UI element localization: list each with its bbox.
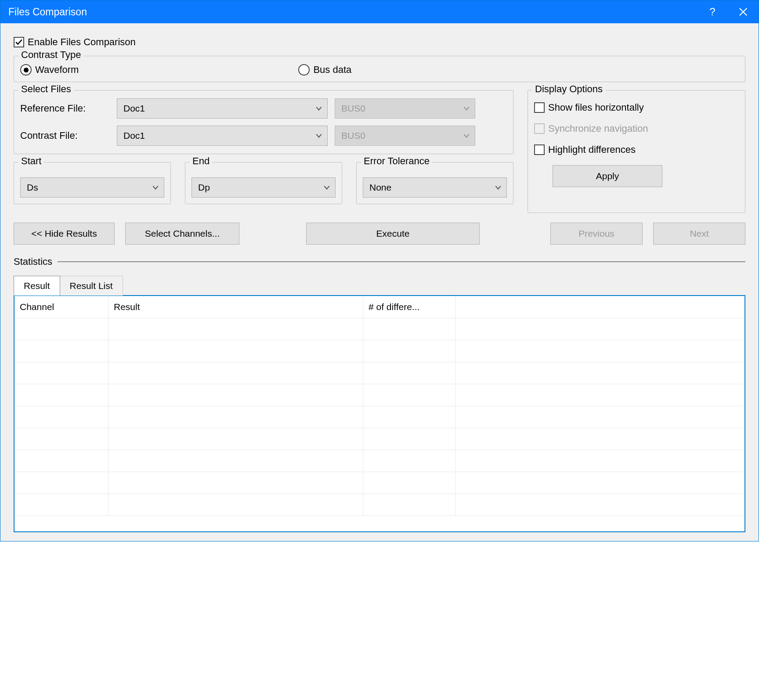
radio-label: Waveform: [35, 64, 79, 76]
table-row: [14, 428, 745, 450]
highlight-differences-label: Highlight differences: [548, 144, 636, 155]
error-tolerance-legend: Error Tolerance: [361, 155, 432, 167]
select-files-group: Select Files Reference File: Doc1 BUS0: [14, 90, 513, 154]
table-row: [14, 450, 745, 472]
reference-bus-value: BUS0: [341, 103, 365, 114]
titlebar: Files Comparison ?: [0, 0, 759, 23]
help-button[interactable]: ?: [697, 0, 728, 23]
radio-label: Bus data: [313, 64, 351, 76]
contrast-file-label: Contrast File:: [20, 130, 117, 141]
divider: [58, 261, 745, 262]
close-icon: [738, 7, 748, 17]
start-legend: Start: [18, 155, 44, 167]
reference-file-value: Doc1: [123, 103, 145, 114]
column-result[interactable]: Result: [108, 296, 363, 318]
display-options-legend: Display Options: [532, 83, 605, 95]
execute-label: Execute: [376, 228, 410, 239]
contrast-bus-select: BUS0: [335, 126, 475, 146]
start-group: Start Ds: [14, 162, 171, 204]
table-row: [14, 494, 745, 516]
column-empty: [455, 296, 745, 318]
table-row: [14, 318, 745, 340]
start-value: Ds: [27, 182, 38, 193]
next-button: Next: [653, 223, 745, 245]
error-tolerance-group: Error Tolerance None: [356, 162, 513, 204]
select-channels-button[interactable]: Select Channels...: [125, 223, 239, 245]
tab-result[interactable]: Result: [14, 276, 60, 296]
column-channel[interactable]: Channel: [14, 296, 108, 318]
error-tolerance-value: None: [369, 182, 391, 193]
statistics-label: Statistics: [14, 256, 52, 267]
table-row: [14, 340, 745, 362]
results-table[interactable]: Channel Result # of differe...: [14, 295, 745, 532]
error-tolerance-select[interactable]: None: [363, 177, 507, 198]
chevron-down-icon: [152, 184, 159, 191]
column-ndiff[interactable]: # of differe...: [363, 296, 455, 318]
chevron-down-icon: [315, 132, 323, 140]
reference-bus-select: BUS0: [335, 98, 475, 119]
help-icon: ?: [709, 6, 715, 18]
chevron-down-icon: [463, 105, 470, 112]
end-value: Dp: [198, 182, 210, 193]
show-files-horizontally-label: Show files horizontally: [548, 102, 644, 113]
previous-button: Previous: [550, 223, 643, 245]
synchronize-navigation-checkbox: [534, 123, 545, 134]
table-row: [14, 362, 745, 384]
display-options-group: Display Options Show files horizontally …: [528, 90, 745, 213]
apply-button[interactable]: Apply: [553, 165, 662, 187]
select-files-legend: Select Files: [18, 83, 74, 95]
synchronize-navigation-label: Synchronize navigation: [548, 123, 648, 134]
radio-icon: [298, 64, 310, 76]
contrast-type-group: Contrast Type Waveform Bus data: [14, 56, 745, 82]
chevron-down-icon: [323, 184, 331, 191]
hide-results-button[interactable]: << Hide Results: [14, 223, 115, 245]
tab-result-list[interactable]: Result List: [60, 276, 123, 296]
next-label: Next: [690, 228, 708, 239]
contrast-file-value: Doc1: [123, 130, 145, 141]
highlight-differences-checkbox[interactable]: [534, 144, 545, 155]
contrast-type-busdata-radio[interactable]: Bus data: [298, 64, 351, 76]
reference-file-label: Reference File:: [20, 103, 117, 114]
table-header: Channel Result # of differe...: [14, 296, 745, 318]
table-row: [14, 472, 745, 494]
reference-file-select[interactable]: Doc1: [117, 98, 328, 119]
contrast-bus-value: BUS0: [341, 130, 365, 141]
radio-icon: [20, 64, 32, 76]
hide-results-label: << Hide Results: [31, 228, 97, 239]
tab-result-list-label: Result List: [70, 281, 113, 291]
chevron-down-icon: [463, 132, 470, 140]
chevron-down-icon: [315, 105, 323, 112]
close-button[interactable]: [728, 0, 759, 23]
end-legend: End: [190, 155, 212, 167]
contrast-type-waveform-radio[interactable]: Waveform: [20, 64, 79, 76]
table-row: [14, 384, 745, 406]
apply-button-label: Apply: [596, 171, 619, 181]
contrast-file-select[interactable]: Doc1: [117, 126, 328, 146]
window-title: Files Comparison: [8, 6, 697, 18]
previous-label: Previous: [578, 228, 614, 239]
start-select[interactable]: Ds: [20, 177, 164, 198]
contrast-type-legend: Contrast Type: [18, 49, 84, 61]
select-channels-label: Select Channels...: [145, 228, 220, 239]
end-select[interactable]: Dp: [192, 177, 336, 198]
enable-files-comparison-label: Enable Files Comparison: [28, 36, 136, 48]
tab-result-label: Result: [24, 281, 50, 291]
execute-button[interactable]: Execute: [306, 223, 480, 245]
end-group: End Dp: [185, 162, 342, 204]
table-row: [14, 406, 745, 428]
enable-files-comparison-checkbox[interactable]: [14, 37, 24, 47]
check-icon: [15, 38, 23, 46]
show-files-horizontally-checkbox[interactable]: [534, 102, 545, 113]
chevron-down-icon: [494, 184, 502, 191]
